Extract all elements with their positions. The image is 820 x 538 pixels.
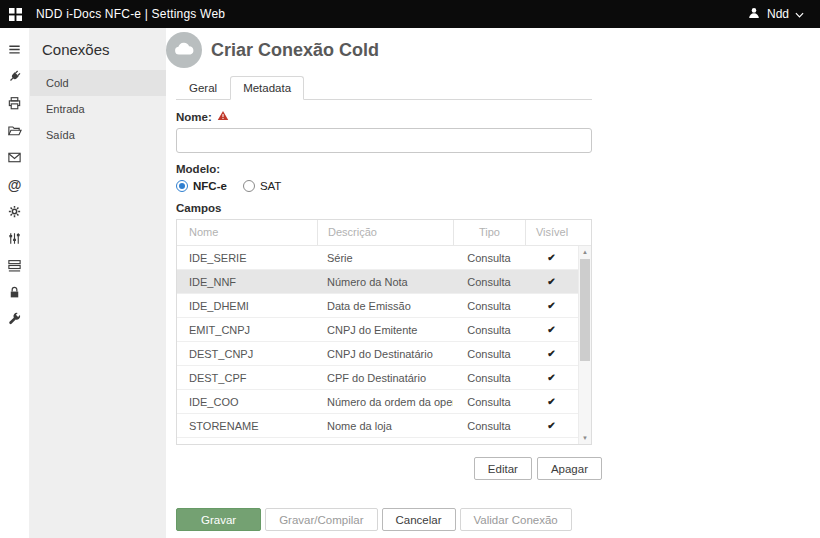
printer-icon[interactable] [0, 90, 30, 117]
check-icon: ✔ [525, 324, 578, 335]
lock-icon[interactable] [0, 279, 30, 306]
at-icon[interactable]: @ [0, 171, 30, 198]
radio-label: SAT [260, 180, 282, 192]
cell-descricao: CNPJ do Emitente [317, 324, 453, 336]
cell-tipo: Consulta [453, 372, 525, 384]
queue-icon[interactable] [0, 252, 30, 279]
table-scrollbar[interactable]: ▲ ▼ [578, 246, 591, 444]
gravar-button[interactable]: Gravar [176, 508, 261, 531]
cell-descricao: Data de Emissão [317, 300, 453, 312]
connections-icon[interactable] [0, 63, 30, 90]
sidebar-item-saida[interactable]: Saída [30, 122, 166, 148]
check-icon: ✔ [525, 420, 578, 431]
nome-label-row: Nome: [176, 110, 820, 123]
cell-nome: EMIT_CNPJ [177, 324, 317, 336]
cell-descricao: CPF do Destinatário [317, 372, 453, 384]
campos-table: NomeDescriçãoTipoVisível IDE_SERIESérieC… [176, 219, 592, 445]
sidebar-item-cold[interactable]: Cold [30, 70, 166, 96]
cell-nome: IDE_DHEMI [177, 300, 317, 312]
cell-tipo: Consulta [453, 324, 525, 336]
radio-label: NFC-e [193, 180, 227, 192]
modelo-label: Modelo: [176, 163, 820, 175]
sidebar-list: ColdEntradaSaída [30, 70, 166, 148]
column-header-descricao[interactable]: Descrição [317, 220, 453, 245]
user-menu[interactable]: Ndd [747, 6, 804, 23]
check-icon: ✔ [525, 396, 578, 407]
table-row[interactable]: IDE_SERIESérieConsulta✔ [177, 246, 591, 270]
folder-icon[interactable] [0, 117, 30, 144]
check-icon: ✔ [525, 300, 578, 311]
nome-label: Nome: [176, 111, 212, 123]
sidebar-item-entrada[interactable]: Entrada [30, 96, 166, 122]
cell-nome: IDE_SERIE [177, 252, 317, 264]
cloud-icon [173, 41, 195, 60]
table-row[interactable]: IDE_DHEMIData de EmissãoConsulta✔ [177, 294, 591, 318]
menu-icon[interactable] [0, 36, 30, 63]
cell-descricao: CNPJ do Destinatário [317, 348, 453, 360]
warning-icon [217, 110, 229, 123]
topbar: NDD i-Docs NFC-e | Settings Web Ndd [0, 0, 820, 28]
cell-nome: IDE_COO [177, 396, 317, 408]
table-actions: EditarApagar [176, 457, 602, 480]
column-header-tipo[interactable]: Tipo [453, 220, 525, 245]
cell-nome: DEST_CNPJ [177, 348, 317, 360]
check-icon: ✔ [525, 372, 578, 383]
modelo-radios: NFC-eSAT [176, 180, 820, 192]
scroll-up-icon[interactable]: ▲ [579, 246, 591, 258]
connection-avatar [166, 32, 202, 68]
sliders-icon[interactable] [0, 225, 30, 252]
cell-tipo: Consulta [453, 300, 525, 312]
radio-option-sat[interactable]: SAT [243, 180, 282, 192]
tabs: GeralMetadata [176, 76, 592, 100]
validar-conexao-button[interactable]: Validar Conexão [460, 508, 572, 531]
cell-nome: DEST_CPF [177, 372, 317, 384]
person-icon [747, 6, 761, 23]
cell-nome: IDE_NNF [177, 276, 317, 288]
sidebar-title: Conexões [30, 28, 166, 70]
page-title: Criar Conexão Cold [211, 40, 379, 61]
cell-tipo: Consulta [453, 348, 525, 360]
cell-descricao: Número da Nota [317, 276, 453, 288]
table-row[interactable]: DEST_CNPJCNPJ do DestinatárioConsulta✔ [177, 342, 591, 366]
cell-tipo: Consulta [453, 420, 525, 432]
table-row[interactable]: DEST_CPFCPF do DestinatárioConsulta✔ [177, 366, 591, 390]
chevron-down-icon [795, 7, 804, 21]
tab-geral[interactable]: Geral [176, 76, 230, 100]
table-header: NomeDescriçãoTipoVisível [177, 220, 591, 246]
cell-tipo: Consulta [453, 252, 525, 264]
gear-icon[interactable] [0, 198, 30, 225]
table-row[interactable]: EMIT_CNPJCNPJ do EmitenteConsulta✔ [177, 318, 591, 342]
apps-grid-icon[interactable] [0, 0, 30, 28]
app-window: NDD i-Docs NFC-e | Settings Web Ndd @ Co… [0, 0, 820, 538]
scroll-thumb[interactable] [580, 259, 590, 361]
cell-nome: STORENAME [177, 420, 317, 432]
cell-descricao: Nome da loja [317, 420, 453, 432]
user-name: Ndd [767, 7, 789, 21]
radio-icon[interactable] [243, 180, 255, 192]
table-row[interactable]: IDE_COONúmero da ordem da operaç...Consu… [177, 390, 591, 414]
radio-icon[interactable] [176, 180, 188, 192]
campos-label: Campos [176, 202, 820, 214]
table-body: IDE_SERIESérieConsulta✔IDE_NNFNúmero da … [177, 246, 591, 438]
cell-descricao: Número da ordem da operaç... [317, 396, 453, 408]
radio-option-nfc-e[interactable]: NFC-e [176, 180, 227, 192]
gravar-compilar-button[interactable]: Gravar/Compilar [265, 508, 377, 531]
apagar-button[interactable]: Apagar [537, 457, 602, 480]
table-row[interactable]: STORENAMENome da lojaConsulta✔ [177, 414, 591, 438]
tab-metadata[interactable]: Metadata [230, 76, 304, 100]
table-row[interactable]: IDE_NNFNúmero da NotaConsulta✔ [177, 270, 591, 294]
scroll-down-icon[interactable]: ▼ [579, 432, 591, 444]
nome-input[interactable] [176, 128, 592, 153]
column-header-visivel[interactable]: Visível [525, 220, 578, 245]
check-icon: ✔ [525, 276, 578, 287]
sidebar: Conexões ColdEntradaSaída [30, 28, 166, 538]
wrench-icon[interactable] [0, 306, 30, 333]
editar-button[interactable]: Editar [474, 457, 532, 480]
cancelar-button[interactable]: Cancelar [382, 508, 456, 531]
main-panel: Criar Conexão Cold GeralMetadata Nome: M… [166, 28, 820, 538]
column-header-nome[interactable]: Nome [177, 220, 317, 245]
icon-sidebar: @ [0, 28, 30, 538]
envelope-icon[interactable] [0, 144, 30, 171]
main-header: Criar Conexão Cold [166, 30, 820, 70]
check-icon: ✔ [525, 252, 578, 263]
